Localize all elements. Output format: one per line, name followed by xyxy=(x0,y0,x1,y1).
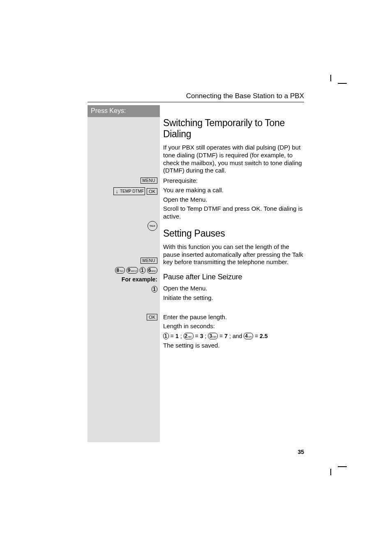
page: Connecting the Base Station to a PBX Pre… xyxy=(0,0,392,555)
menu-key[interactable]: MENU xyxy=(141,258,157,264)
heading-setting-pauses: Setting Pauses xyxy=(163,228,304,239)
running-header: Connecting the Base Station to a PBX xyxy=(88,92,304,100)
press-keys-column: Press Keys: MENU ↓ TEMP DTMF OK TALK MEN… xyxy=(88,105,160,442)
tone-scroll-action: Scroll to Temp DTMF and press OK. Tone d… xyxy=(163,205,304,221)
tone-intro: If your PBX still operates with dial pul… xyxy=(163,144,304,175)
key-1[interactable]: 1 xyxy=(152,286,157,292)
key-row-1: 1 xyxy=(88,286,157,292)
ok-key[interactable]: OK xyxy=(147,314,157,320)
enter-pause-length: Enter the pause length. xyxy=(163,313,304,321)
crop-mark-bottom xyxy=(330,467,344,475)
key-2: 2ABC xyxy=(184,333,194,339)
key-4: 4GHI xyxy=(244,333,253,339)
subheading-line-seizure: Pause after Line Seizure xyxy=(163,273,304,281)
key-row-talk: TALK xyxy=(88,221,157,231)
pauses-open-menu: Open the Menu. xyxy=(163,285,304,292)
pauses-initiate: Initiate the setting. xyxy=(163,294,304,302)
menu-key[interactable]: MENU xyxy=(141,177,157,184)
key-6[interactable]: 6MNO xyxy=(147,267,157,274)
key-1: 1 xyxy=(163,333,169,339)
key-row-tempdtmf: ↓ TEMP DTMF OK xyxy=(88,187,157,195)
for-example-label: For example: xyxy=(88,276,157,283)
talk-key[interactable]: TALK xyxy=(148,221,157,231)
key-row-8916: 8TUV 9WXYZ 1 6MNO xyxy=(88,267,157,274)
key-row-menu-1: MENU xyxy=(88,177,157,184)
scroll-tempdtmf-key[interactable]: ↓ TEMP DTMF xyxy=(113,187,145,195)
length-equation: 1 = 1; 2ABC = 3; 3DEF = 7; and 4GHI = 2.… xyxy=(163,333,304,339)
tempdtmf-label: TEMP DTMF xyxy=(120,189,144,193)
heading-tone-dialing: Switching Temporarily to Tone Dialing xyxy=(163,117,304,140)
page-number: 35 xyxy=(88,449,304,455)
crop-mark-top xyxy=(330,75,344,83)
key-1[interactable]: 1 xyxy=(140,267,145,274)
key-8[interactable]: 8TUV xyxy=(115,267,125,274)
pauses-talk-desc: With this function you can set the lengt… xyxy=(163,243,304,266)
length-label: Length in seconds: xyxy=(163,322,304,330)
prereq-text: You are making a call. xyxy=(163,187,304,194)
ok-key[interactable]: OK xyxy=(147,188,157,195)
content-column: Switching Temporarily to Tone Dialing If… xyxy=(163,105,304,351)
key-9[interactable]: 9WXYZ xyxy=(127,267,138,274)
key-row-menu-2: MENU xyxy=(88,258,157,264)
tone-open-menu: Open the Menu. xyxy=(163,196,304,204)
prereq-label: Prerequisite: xyxy=(163,177,304,185)
for-example-label-row: For example: xyxy=(88,276,157,283)
press-keys-label: Press Keys: xyxy=(88,105,160,117)
down-arrow-icon: ↓ xyxy=(115,188,119,194)
setting-saved: The setting is saved. xyxy=(163,342,304,350)
header-rule xyxy=(88,102,304,102)
key-3: 3DEF xyxy=(208,333,218,339)
key-row-ok: OK xyxy=(88,314,157,320)
